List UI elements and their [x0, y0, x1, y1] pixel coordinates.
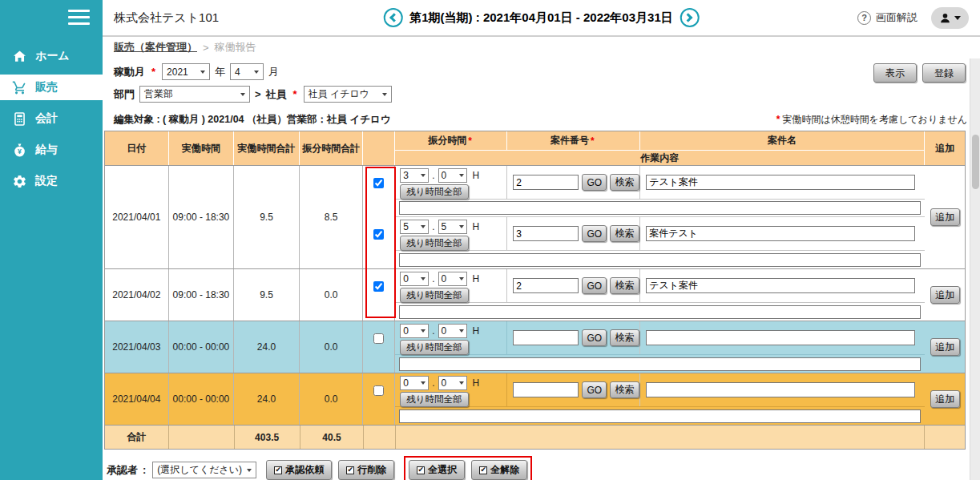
work-desc-input[interactable]: [399, 357, 921, 371]
search-button[interactable]: 検索: [610, 277, 639, 294]
go-button[interactable]: GO: [582, 381, 607, 398]
row-checkbox[interactable]: [373, 229, 384, 240]
month-select[interactable]: 4: [230, 63, 264, 80]
add-row-button[interactable]: 追加: [930, 286, 960, 304]
sidebar-item-accounting[interactable]: 会計: [0, 106, 103, 131]
main-area: 株式会社テスト101 第1期(当期) : 2021年04月01日 - 2022年…: [103, 0, 980, 480]
work-desc-input[interactable]: [399, 253, 921, 267]
chevron-down-icon: [254, 71, 259, 74]
add-row-button[interactable]: 追加: [930, 208, 960, 226]
hour-unit: H: [473, 221, 480, 232]
chevron-down-icon: [459, 225, 464, 228]
sidebar-item-home[interactable]: ホーム: [0, 43, 103, 69]
show-button[interactable]: 表示: [873, 63, 917, 83]
actual-total-cell: 9.5: [234, 166, 300, 268]
remaining-all-button[interactable]: 残り時間全部: [400, 340, 468, 355]
decimal-select[interactable]: 0: [438, 272, 467, 286]
work-desc-cell: [395, 251, 925, 268]
dept-select[interactable]: 営業部: [139, 86, 250, 103]
add-row-button[interactable]: 追加: [930, 338, 960, 356]
work-desc-input[interactable]: [399, 305, 921, 319]
case-name-input[interactable]: [646, 382, 915, 397]
work-desc-input[interactable]: [399, 201, 921, 215]
emp-select[interactable]: 社員 イチロウ: [304, 86, 392, 103]
month-label: 稼動月: [114, 65, 145, 79]
add-row-button[interactable]: 追加: [930, 390, 960, 408]
search-button[interactable]: 検索: [610, 174, 639, 191]
next-period-button[interactable]: [680, 8, 700, 27]
decimal-value: 0: [442, 273, 447, 284]
hamburger-menu-icon[interactable]: [0, 0, 103, 38]
decimal-select[interactable]: 5: [438, 220, 467, 234]
case-name-cell: [640, 269, 925, 302]
dept-emp-separator: >: [255, 88, 261, 100]
case-name-input[interactable]: [646, 226, 915, 241]
sidebar-item-payroll[interactable]: ¥ 給与: [0, 137, 103, 163]
add-cell: 追加: [925, 373, 965, 425]
entry: 0 . 0 H 残り時間全部 GO 検索: [395, 373, 925, 425]
case-no-input[interactable]: [513, 330, 579, 345]
year-select[interactable]: 2021: [162, 63, 210, 80]
decimal-select[interactable]: 0: [438, 376, 467, 390]
register-button[interactable]: 登録: [922, 63, 966, 83]
sidebar-item-sales[interactable]: 販売: [0, 75, 103, 100]
total-alloc-total: 40.5: [300, 426, 365, 449]
hour-select[interactable]: 0: [400, 324, 429, 338]
chevron-down-icon: [421, 277, 425, 280]
approve-request-button[interactable]: ✔承認依頼: [266, 460, 332, 480]
remaining-all-button[interactable]: 残り時間全部: [400, 236, 468, 251]
entries-cell: 3 . 0 H 残り時間全部 GO 検索: [395, 166, 925, 268]
prev-period-button[interactable]: [383, 8, 402, 27]
case-name-cell: [640, 321, 925, 354]
go-button[interactable]: GO: [582, 225, 607, 242]
help-link[interactable]: ? 画面解説: [857, 10, 917, 25]
checkbox-cell: [363, 269, 395, 321]
work-desc-cell: [395, 303, 925, 321]
row-checkbox[interactable]: [373, 178, 384, 188]
vertical-scrollbar: [970, 58, 980, 480]
go-button[interactable]: GO: [582, 174, 607, 191]
approver-select[interactable]: (選択してください): [152, 462, 256, 478]
sidebar-item-settings[interactable]: 設定: [0, 168, 103, 194]
row-checkbox[interactable]: [373, 385, 384, 396]
breadcrumb-parent-link[interactable]: 販売（案件管理）: [114, 40, 197, 54]
case-name-input[interactable]: [646, 278, 915, 293]
select-all-button[interactable]: ✔全選択: [409, 460, 465, 480]
work-desc-input[interactable]: [399, 409, 921, 423]
dot-separator: .: [432, 377, 434, 389]
required-mark: *: [468, 135, 472, 147]
hour-select[interactable]: 0: [400, 272, 429, 286]
user-menu-button[interactable]: [931, 7, 969, 29]
case-no-input[interactable]: [513, 226, 579, 241]
search-button[interactable]: 検索: [610, 225, 639, 242]
case-no-input[interactable]: [513, 278, 579, 293]
remaining-all-button[interactable]: 残り時間全部: [400, 288, 468, 303]
home-icon: [12, 49, 27, 64]
actual-total-cell: 24.0: [234, 321, 300, 373]
case-no-input[interactable]: [513, 175, 579, 190]
row-checkbox[interactable]: [373, 281, 384, 292]
hour-select[interactable]: 5: [400, 220, 429, 234]
delete-row-button[interactable]: ✔行削除: [338, 460, 394, 480]
decimal-select[interactable]: 0: [438, 168, 467, 183]
deselect-all-button[interactable]: ✔全解除: [471, 460, 527, 480]
remaining-all-button[interactable]: 残り時間全部: [400, 184, 468, 200]
hour-select[interactable]: 0: [400, 376, 429, 390]
row-checkbox[interactable]: [373, 333, 384, 344]
scrollbar-thumb[interactable]: [972, 135, 979, 189]
total-actual-total: 403.5: [235, 426, 300, 449]
remaining-all-button[interactable]: 残り時間全部: [400, 392, 468, 407]
approver-value: (選択してください): [157, 463, 242, 477]
case-no-input[interactable]: [513, 382, 579, 397]
case-name-input[interactable]: [646, 175, 915, 190]
emp-label: 社員: [266, 87, 287, 102]
go-button[interactable]: GO: [582, 329, 607, 346]
case-name-cell: [640, 217, 925, 250]
search-button[interactable]: 検索: [610, 329, 639, 346]
footer-controls: 承認者 : (選択してください) ✔承認依頼 ✔行削除 ✔全選択 ✔全解除: [107, 456, 980, 480]
hour-select[interactable]: 3: [400, 168, 429, 183]
search-button[interactable]: 検索: [610, 381, 639, 398]
case-name-input[interactable]: [646, 330, 915, 345]
decimal-select[interactable]: 0: [438, 324, 467, 338]
go-button[interactable]: GO: [582, 277, 607, 294]
